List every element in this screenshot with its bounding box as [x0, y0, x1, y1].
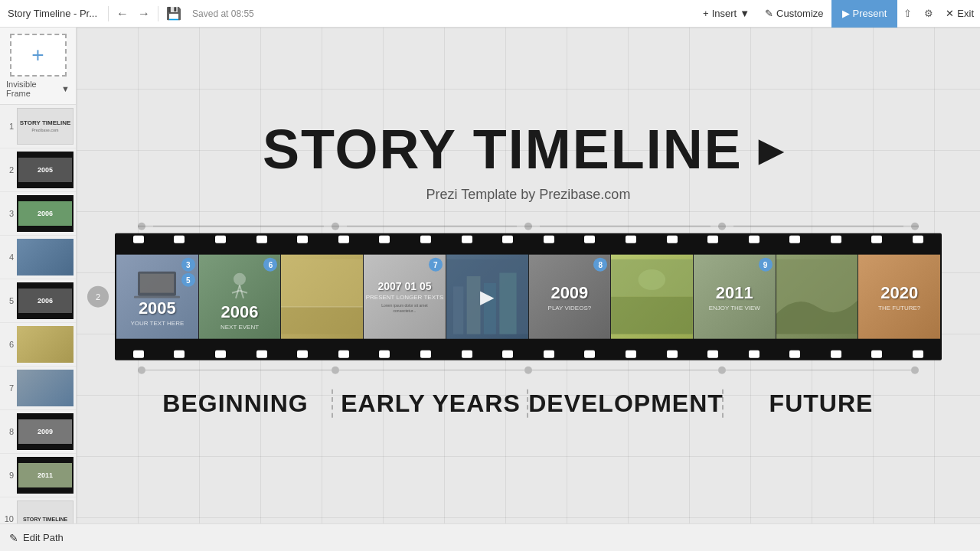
slide-item-2[interactable]: 2 2005 — [0, 148, 76, 192]
section-label-development: DEVELOPMENT — [528, 390, 724, 417]
perf — [584, 350, 595, 358]
laptop-icon — [134, 267, 180, 298]
insert-button[interactable]: + Insert ▼ — [695, 8, 757, 19]
insert-icon: + — [703, 8, 709, 19]
perf — [831, 350, 841, 358]
add-frame-label: Invisible Frame ▼ — [6, 80, 70, 98]
perf — [502, 350, 513, 358]
customize-button[interactable]: ✎ Customize — [757, 8, 831, 19]
exit-button[interactable]: ✕ Exit — [939, 0, 980, 28]
film-frame-10[interactable]: 2020 THE FUTURE? — [858, 255, 940, 339]
perf — [584, 236, 595, 243]
film-frame-1[interactable]: 2005 YOUR TEXT HERE 3 5 — [116, 255, 198, 339]
slide-num-10: 10 — [3, 514, 14, 523]
frame-year-10: 2020 — [880, 282, 918, 302]
slide-item-1[interactable]: 1 STORY TIMELINEPrezibase.com — [0, 105, 76, 148]
perf — [379, 350, 390, 358]
film-frame-3[interactable] — [280, 255, 363, 339]
film-frame-7[interactable] — [610, 255, 693, 339]
slide-thumb-8: 2009 — [17, 413, 74, 450]
perf — [831, 236, 841, 243]
slide-thumb-2: 2005 — [17, 152, 74, 188]
film-frame-2[interactable]: 2006 NEXT EVENT 6 — [198, 255, 281, 339]
redo-button[interactable]: → — [133, 7, 155, 21]
nav-dot — [138, 367, 145, 374]
perf — [544, 350, 554, 358]
frame-img-10: 2020 THE FUTURE? — [858, 255, 940, 339]
slide-item-6[interactable]: 6 — [0, 323, 76, 367]
share-button[interactable]: ⇧ — [897, 0, 918, 28]
frame-sub-6: PLAY VIDEOS? — [548, 304, 592, 311]
film-perfs-top — [115, 236, 942, 243]
section-beginning: BEGINNING — [138, 390, 333, 418]
frame-img-7 — [611, 255, 693, 339]
edit-path-label: Edit Path — [23, 532, 64, 543]
slide-thumb-7 — [17, 370, 74, 406]
film-frame-6[interactable]: 2009 PLAY VIDEOS? 8 — [528, 255, 611, 339]
slide-thumb-5: 2006 — [17, 282, 74, 319]
slide-item-5[interactable]: 5 2006 — [0, 279, 76, 323]
frame-year-2: 2006 — [221, 302, 259, 321]
add-frame-button[interactable]: + — [10, 34, 67, 77]
svg-rect-17 — [611, 297, 693, 334]
frame-badge-5: 5 — [181, 273, 195, 287]
present-button[interactable]: ▶ Present — [831, 0, 898, 28]
slide-num-7: 7 — [3, 383, 14, 393]
frame-chevron-icon: ▼ — [61, 84, 70, 93]
frame-year-8: 2011 — [716, 282, 753, 302]
perf — [338, 236, 349, 243]
perf — [297, 350, 308, 358]
film-frame-8[interactable]: 2011 ENJOY THE VIEW 9 — [693, 255, 776, 339]
slide-num-8: 8 — [3, 427, 14, 436]
slide-thumb-3: 2006 — [17, 195, 74, 232]
pencil-path-icon: ✎ — [9, 532, 18, 544]
perf — [215, 350, 226, 358]
perf — [256, 350, 267, 358]
section-development: DEVELOPMENT — [528, 390, 724, 418]
frame-sub-8: ENJOY THE VIEW — [709, 304, 760, 311]
plus-icon: + — [31, 43, 44, 67]
perf — [789, 350, 800, 358]
perf — [871, 236, 882, 243]
jump-icon — [220, 263, 259, 302]
slide-item-4[interactable]: 4 — [0, 236, 76, 279]
undo-button[interactable]: ← — [112, 7, 133, 21]
separator2 — [158, 6, 158, 21]
close-icon: ✕ — [946, 8, 954, 19]
edit-path-button[interactable]: ✎ Edit Path — [9, 532, 64, 544]
frame-text-content: Lorem ipsum dolor sit amet consectetur..… — [372, 303, 437, 314]
save-button[interactable]: 💾 — [162, 6, 186, 21]
insert-label: Insert — [712, 8, 737, 19]
film-frame-4[interactable]: 2007 01 05 PRESENT LONGER TEXTS Lorem ip… — [363, 255, 446, 339]
nav-line — [726, 370, 912, 371]
customize-label: Customize — [776, 8, 823, 19]
slide-thumb-4 — [17, 239, 74, 276]
perf — [707, 236, 718, 243]
slide-item-7[interactable]: 7 — [0, 367, 76, 410]
frame-sub-4: PRESENT LONGER TEXTS — [366, 294, 444, 301]
film-frame-9[interactable] — [776, 255, 858, 339]
play-icon: ▶ — [842, 8, 850, 19]
settings-button[interactable]: ⚙ — [918, 0, 939, 28]
perf — [133, 350, 144, 358]
perf — [749, 350, 760, 358]
svg-rect-1 — [140, 273, 174, 292]
slide-item-9[interactable]: 9 2011 — [0, 454, 76, 497]
perf — [133, 236, 144, 243]
frame-img-5: ▶ — [446, 255, 528, 339]
slide-num-4: 4 — [3, 253, 14, 262]
film-frame-5[interactable]: ▶ — [446, 255, 528, 339]
slide-num-6: 6 — [3, 340, 14, 349]
sidebar: + Invisible Frame ▼ 1 STORY TIMELINEPrez… — [0, 28, 77, 551]
slide-item-3[interactable]: 3 2006 — [0, 192, 76, 236]
frame-img-9 — [776, 255, 858, 339]
perf — [667, 236, 678, 243]
section-label-early-years: EARLY YEARS — [341, 390, 521, 417]
slide-item-8[interactable]: 8 2009 — [0, 410, 76, 454]
film-nav-left[interactable]: 2 — [87, 286, 109, 308]
frame-sub-10: THE FUTURE? — [878, 304, 920, 311]
slide-num-5: 5 — [3, 296, 14, 305]
present-label: Present — [853, 8, 887, 19]
nav-line — [532, 370, 718, 371]
topbar: Story Timeline - Pr... ← → 💾 Saved at 08… — [0, 0, 980, 28]
